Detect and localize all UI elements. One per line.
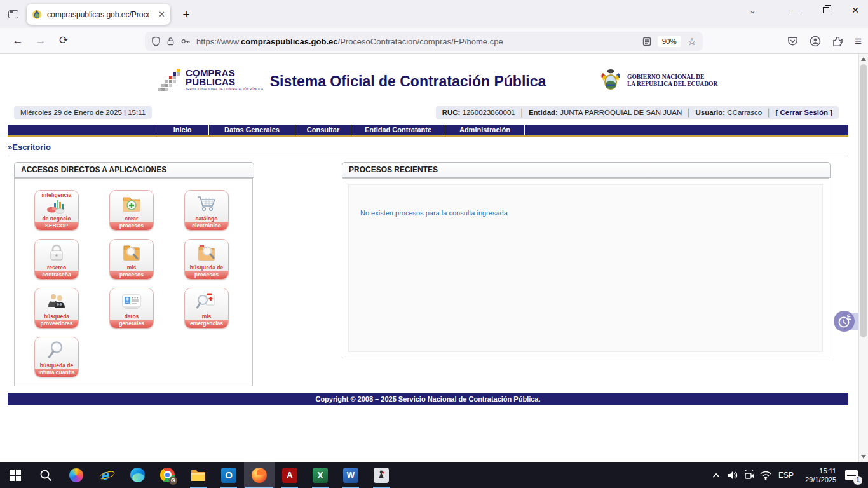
windows-taskbar: e G	[0, 462, 868, 488]
tile-catalogo-electronico[interactable]: catálogo electrónico	[184, 190, 229, 231]
saved-password-key-icon[interactable]	[180, 36, 191, 46]
ecuador-coat-of-arms-icon	[598, 68, 623, 93]
padlock-icon	[35, 243, 78, 263]
reload-button[interactable]: ⟳	[55, 32, 72, 50]
clock-icon[interactable]	[834, 311, 855, 332]
tile-inteligencia-negocio-sercop[interactable]: inteligencia de negocio SERCOP	[34, 190, 79, 231]
reader-mode-icon[interactable]	[642, 37, 651, 46]
folder-search-icon	[110, 243, 153, 263]
government-logo: GOBIERNO NACIONAL DE LA REPUBLICA DEL EC…	[598, 68, 717, 93]
java-app-icon[interactable]	[366, 462, 397, 488]
ruc-value: 1260023860001	[463, 109, 515, 116]
copilot-icon[interactable]	[61, 462, 92, 488]
list-all-tabs-icon[interactable]: ⌄	[749, 6, 756, 15]
session-info-bar: RUC: 1260023860001 │ Entidad: JUNTA PARR…	[436, 106, 839, 119]
tile-busqueda-de-procesos[interactable]: búsqueda de procesos	[184, 239, 229, 280]
url-text: https://www.compraspublicas.gob.ec/Proce…	[196, 37, 642, 46]
tab-title: compraspublicas.gob.ec/Proce	[47, 10, 149, 19]
outlook-icon[interactable]: O	[214, 462, 244, 488]
ruc-label: RUC:	[442, 109, 461, 116]
user-value: CCarrasco	[727, 109, 762, 116]
tile-reseteo-contrasena[interactable]: reseteo contraseña	[34, 239, 79, 280]
gov-text-line1: GOBIERNO NACIONAL DE	[627, 74, 717, 81]
lock-icon[interactable]	[166, 36, 175, 46]
page-content: COMPRAS PÚBLICAS SERVICIO NACIONAL DE CO…	[0, 54, 868, 462]
start-button[interactable]	[0, 462, 31, 488]
meet-now-camera-icon[interactable]	[741, 463, 757, 488]
window-minimize-button[interactable]: —	[790, 5, 803, 15]
search-medical-icon	[185, 292, 228, 312]
site-footer: Copyright © 2008 – 2025 Servicio Naciona…	[8, 393, 848, 405]
shortcuts-panel: inteligencia de negocio SERCOP	[14, 178, 253, 386]
firefox-view-icon[interactable]	[6, 7, 20, 21]
window-restore-button[interactable]	[820, 5, 832, 15]
taskbar-search-icon[interactable]	[31, 462, 61, 488]
tab-close-icon[interactable]: ✕	[158, 10, 165, 18]
tile-datos-generales[interactable]: datos generales	[109, 288, 154, 329]
file-explorer-icon[interactable]	[183, 462, 214, 488]
tracking-shield-icon[interactable]	[151, 36, 161, 46]
tile-busqueda-infima-cuantia[interactable]: búsqueda de infima cuantia	[34, 337, 79, 377]
new-tab-button[interactable]: +	[179, 8, 193, 22]
folder-search-icon	[185, 243, 228, 263]
folder-plus-icon	[110, 194, 153, 214]
acrobat-icon[interactable]: A	[275, 462, 305, 488]
taskbar-time: 15:11	[798, 466, 836, 475]
menu-item-entidad-contratante[interactable]: Entidad Contratante	[351, 125, 445, 135]
logout-bracket-open: [	[775, 109, 778, 116]
tile-crear-procesos[interactable]: crear procesos	[109, 190, 154, 231]
browser-tab[interactable]: compraspublicas.gob.ec/Proce ✕	[27, 4, 170, 25]
pocket-icon[interactable]	[787, 36, 798, 46]
chrome-profile-badge: G	[169, 477, 177, 485]
extensions-puzzle-icon[interactable]	[832, 36, 843, 47]
empty-results-message: No existen procesos para la consulta ing…	[349, 185, 822, 217]
session-timer-widget[interactable]	[834, 311, 858, 332]
forward-button[interactable]: →	[32, 32, 50, 50]
bookmark-star-icon[interactable]: ☆	[688, 36, 696, 48]
shortcut-tiles-grid: inteligencia de negocio SERCOP	[34, 190, 259, 386]
url-bar[interactable]: https://www.compraspublicas.gob.ec/Proce…	[145, 32, 703, 51]
internet-explorer-icon[interactable]: e	[92, 462, 122, 488]
logout-link[interactable]: Cerrar Sesión	[780, 109, 828, 116]
menu-item-consultar[interactable]: Consultar	[295, 125, 351, 135]
id-card-icon	[110, 292, 153, 312]
recent-panel: No existen procesos para la consulta ing…	[342, 178, 829, 358]
tile-mis-emergencias[interactable]: mis emergencias	[184, 288, 229, 329]
scroll-up-icon[interactable]	[861, 57, 866, 61]
scroll-down-icon[interactable]	[861, 455, 866, 459]
excel-icon[interactable]: X	[305, 462, 336, 488]
window-close-button[interactable]: ✕	[849, 5, 862, 15]
edge-icon[interactable]	[122, 462, 153, 488]
logout-bracket-close: ]	[830, 109, 832, 116]
wifi-icon[interactable]	[757, 463, 774, 488]
back-button[interactable]: ←	[9, 32, 27, 50]
gov-text-line2: LA REPUBLICA DEL ECUADOR	[627, 81, 717, 88]
user-label: Usuario:	[695, 109, 725, 116]
firefox-icon[interactable]	[244, 462, 275, 488]
menu-item-datos-generales[interactable]: Datos Generales	[208, 125, 295, 135]
screen: compraspublicas.gob.ec/Proce ✕ + ⌄ — ✕ ←…	[0, 0, 868, 488]
scrollbar-thumb[interactable]	[860, 64, 867, 337]
browser-tabstrip: compraspublicas.gob.ec/Proce ✕ + ⌄ — ✕	[0, 0, 868, 28]
shortcuts-panel-title: ACCESOS DIRECTOS A APLICACIONES	[14, 162, 254, 178]
volume-icon[interactable]	[724, 463, 741, 488]
zoom-level-badge[interactable]: 90%	[658, 36, 681, 47]
notification-center-icon[interactable]: 1	[839, 463, 864, 488]
taskbar-date: 29/1/2025	[798, 475, 836, 484]
site-favicon	[32, 10, 42, 20]
menu-item-administracion[interactable]: Administración	[445, 125, 525, 135]
tray-chevron-up-icon[interactable]	[708, 463, 724, 488]
magnifier-icon	[35, 341, 78, 361]
taskbar-clock[interactable]: 15:11 29/1/2025	[798, 466, 839, 484]
menu-item-inicio[interactable]: Inicio	[156, 125, 208, 135]
tile-busqueda-proveedores[interactable]: búsqueda proveedores	[34, 288, 79, 329]
breadcrumb: »Escritorio	[8, 142, 848, 156]
word-icon[interactable]: W	[336, 462, 366, 488]
account-icon[interactable]	[810, 36, 821, 47]
recent-panel-body: No existen procesos para la consulta ing…	[348, 184, 823, 352]
hamburger-menu-icon[interactable]: ≡	[855, 34, 862, 48]
tile-mis-procesos[interactable]: mis procesos	[109, 239, 154, 280]
language-indicator[interactable]: ESP	[774, 471, 798, 480]
page-scrollbar[interactable]	[858, 54, 868, 462]
chrome-icon[interactable]: G	[153, 462, 183, 488]
